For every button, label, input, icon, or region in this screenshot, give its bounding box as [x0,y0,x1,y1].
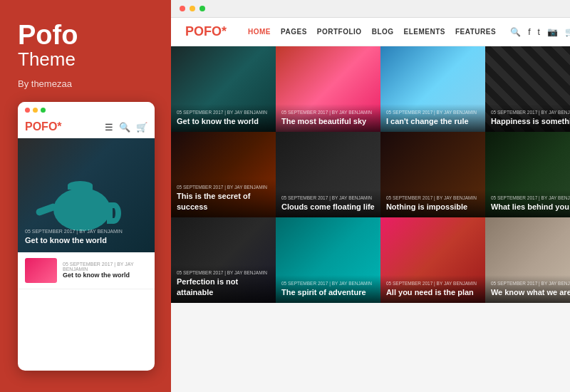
grid-item[interactable]: 05 SEPTEMBER 2017 | BY JAY BENJAMINNothi… [380,132,485,217]
teapot-handle [107,202,121,224]
grid-item-overlay: 05 SEPTEMBER 2017 | BY JAY BENJAMINThe s… [276,275,380,303]
grid-title: Nothing is impossible [386,202,480,212]
grid-item-overlay: 05 SEPTEMBER 2017 | BY JAY BENJAMINNothi… [380,190,485,217]
nav-item-elements[interactable]: ELEMENTS [404,28,445,36]
grid-title: I can't change the rule [386,116,480,126]
grid-meta: 05 SEPTEMBER 2017 | BY JAY BENJAMIN [386,195,480,200]
grid-title: What lies behind you [491,202,570,212]
mobile-preview: POFO* ☰ 🔍 🛒 05 SEPTEMBER 2017 | BY JAY B… [18,102,155,371]
grid-meta: 05 SEPTEMBER 2017 | BY JAY BENJAMIN [386,281,480,286]
mobile-search-icon[interactable]: 🔍 [119,122,130,133]
desktop-logo-star: * [222,24,227,38]
grid-item[interactable]: 05 SEPTEMBER 2017 | BY JAY BENJAMINCloud… [276,132,380,217]
grid-meta: 05 SEPTEMBER 2017 | BY JAY BENJAMIN [281,110,375,115]
mobile-cart-icon[interactable]: 🛒 [136,122,147,133]
grid-meta: 05 SEPTEMBER 2017 | BY JAY BENJAMIN [281,195,375,200]
mobile-list-thumb [25,258,57,283]
grid-item[interactable]: 05 SEPTEMBER 2017 | BY JAY BENJAMINThe s… [276,217,380,303]
desktop-twitter-icon[interactable]: t [538,27,540,37]
mobile-hero: 05 SEPTEMBER 2017 | BY JAY BENJAMIN Get … [18,138,155,252]
grid-item-overlay: 05 SEPTEMBER 2017 | BY JAY BENJAMINPerfe… [171,264,276,303]
grid-item-overlay: 05 SEPTEMBER 2017 | BY JAY BENJAMINCloud… [276,190,380,217]
grid-title: Get to know the world [177,116,270,126]
grid-meta: 05 SEPTEMBER 2017 | BY JAY BENJAMIN [491,281,570,286]
grid-item-overlay: 05 SEPTEMBER 2017 | BY JAY BENJAMINWhat … [485,190,570,217]
mobile-hero-text: 05 SEPTEMBER 2017 | BY JAY BENJAMIN Get … [25,229,123,245]
grid-item[interactable]: 05 SEPTEMBER 2017 | BY JAY BENJAMINI can… [380,46,485,132]
mobile-dot-green [41,108,46,113]
mobile-dot-red [25,108,30,113]
mobile-list-item: 05 SEPTEMBER 2017 | BY JAY BENJAMIN Get … [18,252,155,289]
grid-title: The spirit of adventure [281,287,375,297]
grid-meta: 05 SEPTEMBER 2017 | BY JAY BENJAMIN [386,110,480,115]
mobile-hero-title: Get to know the world [25,235,123,245]
grid-title: The most beautiful sky [281,116,375,126]
grid-item[interactable]: 05 SEPTEMBER 2017 | BY JAY BENJAMINHappi… [485,46,570,132]
browser-chrome [171,0,570,18]
grid-item[interactable]: 05 SEPTEMBER 2017 | BY JAY BENJAMINThis … [171,132,276,217]
desktop-facebook-icon[interactable]: f [528,27,530,37]
nav-item-portfolio[interactable]: PORTFOLIO [317,28,362,36]
desktop-nav-right: 🔍 f t 📷 🛒 [510,27,570,37]
brand-title: Pofo [18,21,153,48]
grid-item-overlay: 05 SEPTEMBER 2017 | BY JAY BENJAMINHappi… [485,104,570,132]
grid-item[interactable]: 05 SEPTEMBER 2017 | BY JAY BENJAMINAll y… [380,217,485,303]
grid-title: All you need is the plan [386,287,480,297]
mobile-top-bar [18,102,155,116]
grid-item[interactable]: 05 SEPTEMBER 2017 | BY JAY BENJAMINWe kn… [485,217,570,303]
desktop-nav: POFO* HOME PAGES PORTFOLIO BLOG ELEMENTS… [171,18,570,46]
grid-title: We know what we are [491,287,570,297]
desktop-logo: POFO* [185,24,227,39]
desktop-cart-icon[interactable]: 🛒 [565,27,570,37]
grid-meta: 05 SEPTEMBER 2017 | BY JAY BENJAMIN [491,110,570,115]
grid-title: Clouds come floating life [281,202,375,212]
grid-title: Perfection is not attainable [177,277,270,297]
grid-item-overlay: 05 SEPTEMBER 2017 | BY JAY BENJAMINGet t… [171,104,276,132]
nav-item-home[interactable]: HOME [248,28,271,36]
teapot-lid [68,181,93,190]
mobile-list-meta: 05 SEPTEMBER 2017 | BY JAY BENJAMIN [63,262,147,272]
mobile-nav-icons: ☰ 🔍 🛒 [105,122,147,133]
mobile-logo: POFO* [25,120,62,133]
mobile-hamburger-icon[interactable]: ☰ [105,122,113,133]
grid-title: This is the secret of success [177,191,270,212]
browser-dot-yellow [190,6,195,11]
desktop-nav-items: HOME PAGES PORTFOLIO BLOG ELEMENTS FEATU… [248,28,496,36]
grid-item-overlay: 05 SEPTEMBER 2017 | BY JAY BENJAMINWe kn… [485,275,570,303]
grid-meta: 05 SEPTEMBER 2017 | BY JAY BENJAMIN [177,110,270,115]
grid-item-overlay: 05 SEPTEMBER 2017 | BY JAY BENJAMINAll y… [380,275,485,303]
grid-meta: 05 SEPTEMBER 2017 | BY JAY BENJAMIN [281,281,375,286]
grid-item-overlay: 05 SEPTEMBER 2017 | BY JAY BENJAMINI can… [380,104,485,132]
mobile-list-title: Get to know the world [63,272,147,280]
grid-item[interactable]: 05 SEPTEMBER 2017 | BY JAY BENJAMINWhat … [485,132,570,217]
grid-meta: 05 SEPTEMBER 2017 | BY JAY BENJAMIN [177,270,270,275]
grid-title: Happiness is something [491,116,570,126]
mobile-content: 05 SEPTEMBER 2017 | BY JAY BENJAMIN Get … [18,138,155,371]
grid-item-overlay: 05 SEPTEMBER 2017 | BY JAY BENJAMINThe m… [276,104,380,132]
nav-item-pages[interactable]: PAGES [281,28,307,36]
grid-item-overlay: 05 SEPTEMBER 2017 | BY JAY BENJAMINThis … [171,179,276,217]
mobile-logo-text: POFO [25,120,57,133]
mobile-list-info: 05 SEPTEMBER 2017 | BY JAY BENJAMIN Get … [63,262,147,280]
desktop-search-icon[interactable]: 🔍 [510,27,521,37]
desktop-logo-text: POFO [185,24,222,38]
mobile-hero-meta: 05 SEPTEMBER 2017 | BY JAY BENJAMIN [25,229,123,234]
nav-item-features[interactable]: FEATURES [455,28,496,36]
grid-meta: 05 SEPTEMBER 2017 | BY JAY BENJAMIN [177,185,270,190]
sidebar: Pofo Theme By themezaa POFO* ☰ 🔍 🛒 [0,0,171,392]
browser-dot-green [200,6,205,11]
mobile-logo-star: * [57,120,61,133]
grid-item[interactable]: 05 SEPTEMBER 2017 | BY JAY BENJAMINGet t… [171,46,276,132]
brand-subtitle: Theme [18,48,153,71]
grid-item[interactable]: 05 SEPTEMBER 2017 | BY JAY BENJAMINPerfe… [171,217,276,303]
teapot-body [53,188,110,231]
nav-item-blog[interactable]: BLOG [372,28,394,36]
main-area: POFO* HOME PAGES PORTFOLIO BLOG ELEMENTS… [171,0,570,392]
grid-meta: 05 SEPTEMBER 2017 | BY JAY BENJAMIN [491,195,570,200]
blog-grid: 05 SEPTEMBER 2017 | BY JAY BENJAMINGet t… [171,46,570,392]
mobile-dot-yellow [33,108,38,113]
mobile-nav: POFO* ☰ 🔍 🛒 [18,116,155,138]
grid-item[interactable]: 05 SEPTEMBER 2017 | BY JAY BENJAMINThe m… [276,46,380,132]
brand-by: By themezaa [18,78,153,89]
desktop-instagram-icon[interactable]: 📷 [547,27,558,37]
